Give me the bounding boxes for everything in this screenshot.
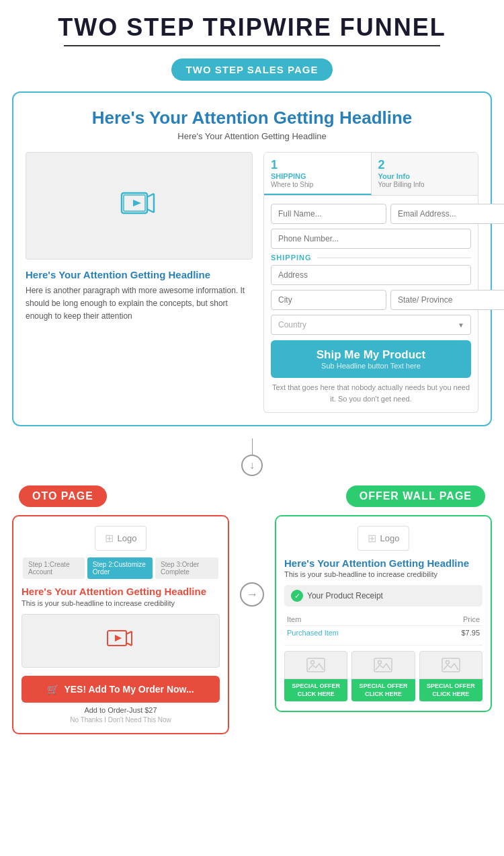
email-input[interactable]: [390, 204, 504, 224]
svg-line-3: [147, 194, 154, 197]
ow-subheadline: This is your sub-headline to increase cr…: [284, 570, 482, 578]
ship-btn-text: Ship Me My Product: [317, 348, 425, 361]
boxes-arrow: →: [240, 515, 264, 607]
receipt-table: Item Price Purchased Item $7.95: [284, 613, 482, 639]
ow-logo-area: ⊞ Logo: [358, 526, 410, 551]
cart-icon: 🛒: [47, 684, 58, 695]
ow-logo-text: Logo: [380, 533, 400, 543]
full-name-input[interactable]: [271, 204, 386, 224]
form-tabs: 1 SHIPPING Where to Ship 2 Your Info You…: [263, 152, 478, 196]
special-offer-1: SPECIAL OFFER CLICK HERE: [284, 651, 347, 701]
ship-btn-sub: Sub Headline button Text here: [279, 362, 463, 370]
country-wrapper: Country ▼: [271, 315, 471, 335]
ship-button[interactable]: Ship Me My Product Sub Headline button T…: [271, 340, 471, 378]
oto-label: OTO PAGE: [19, 485, 107, 507]
video-placeholder: [26, 152, 253, 260]
sales-left: Here's Your Attention Getting Headline H…: [26, 152, 253, 413]
bottom-boxes: ⊞ Logo Step 1:Create Account Step 2:Cust…: [0, 515, 504, 734]
svg-line-4: [147, 209, 154, 212]
oto-logo-text: Logo: [118, 533, 137, 543]
form-row-city: [271, 290, 471, 310]
oto-box: ⊞ Logo Step 1:Create Account Step 2:Cust…: [12, 515, 229, 734]
address-input[interactable]: [271, 265, 471, 285]
shipping-label: SHIPPING: [271, 254, 471, 262]
form-body: SHIPPING Country ▼ Ship Me My Product: [263, 196, 478, 413]
svg-line-9: [126, 643, 132, 646]
special-offer-3-image: [419, 651, 482, 679]
arrow-connector: ↓: [0, 438, 504, 476]
form-tab-info[interactable]: 2 Your Info Your Billing Info: [372, 153, 478, 195]
offer-wall-box: ⊞ Logo Here's Your Attention Getting Hea…: [275, 515, 492, 712]
title-underline: [64, 45, 440, 46]
right-arrow-icon: →: [240, 582, 264, 607]
oto-button[interactable]: 🛒 YES! Add To My Order Now...: [22, 676, 220, 703]
sales-form: 1 SHIPPING Where to Ship 2 Your Info You…: [263, 152, 478, 413]
special-offer-1-image: [284, 651, 347, 679]
city-input[interactable]: [271, 290, 386, 310]
image-placeholder-icon-3: [442, 658, 460, 672]
special-offer-2-image: [351, 651, 415, 679]
svg-rect-11: [307, 658, 325, 672]
step-1: Step 1:Create Account: [23, 557, 85, 579]
tab2-title: Your Info: [378, 172, 472, 180]
ow-headline: Here's Your Attention Getting Headline: [284, 557, 482, 569]
form-footer-text: Text that goes here that nobody actually…: [271, 382, 471, 404]
tab1-number: 1: [271, 158, 278, 171]
country-select[interactable]: Country: [271, 315, 471, 335]
table-col-item: Item: [284, 613, 424, 626]
table-row-price: $7.95: [424, 626, 482, 640]
special-offer-1-btn[interactable]: SPECIAL OFFER CLICK HERE: [284, 679, 347, 701]
form-row-2: [271, 229, 471, 249]
special-offer-2-btn[interactable]: SPECIAL OFFER CLICK HERE: [351, 679, 415, 701]
receipt-divider: [284, 645, 482, 646]
offer-wall-label: OFFER WALL PAGE: [346, 485, 485, 507]
ow-image-icon: ⊞: [368, 532, 376, 545]
form-row-1: [271, 204, 471, 224]
table-col-price: Price: [424, 613, 482, 626]
image-placeholder-icon-2: [374, 658, 392, 672]
sales-page-subheadline: Here's Your Attention Getting Headline: [26, 131, 478, 141]
svg-line-8: [126, 631, 132, 634]
svg-point-14: [378, 661, 382, 664]
svg-marker-7: [115, 635, 122, 641]
video-icon: [119, 191, 159, 221]
phone-input[interactable]: [271, 229, 471, 249]
oto-btn-sub: Add to Order-Just $27: [22, 706, 220, 714]
tab2-sub: Your Billing Info: [378, 181, 425, 188]
svg-rect-15: [442, 658, 460, 672]
state-input[interactable]: [390, 290, 504, 310]
main-title: TWO STEP TRIPWIRE FUNNEL: [0, 0, 504, 45]
sales-page-label: TWO STEP SALES PAGE: [171, 59, 333, 81]
oto-no-thanks[interactable]: No Thanks I Don't Need This Now: [22, 716, 220, 724]
down-arrow-icon: ↓: [241, 455, 263, 476]
svg-marker-2: [133, 200, 141, 206]
sales-left-text: Here is another paragraph with more awes…: [26, 284, 253, 323]
special-offer-3-btn[interactable]: SPECIAL OFFER CLICK HERE: [419, 679, 482, 701]
oto-headline: Here's Your Attention Getting Headline: [22, 586, 220, 597]
check-icon: ✓: [291, 590, 303, 602]
image-placeholder-icon: [306, 658, 325, 672]
step-2: Step 2:Customize Order: [87, 557, 153, 579]
form-row-address: [271, 265, 471, 285]
sales-page-box: Here's Your Attention Getting Headline H…: [12, 91, 492, 426]
svg-rect-13: [374, 658, 392, 672]
tab2-number: 2: [378, 158, 385, 171]
svg-point-16: [446, 661, 449, 664]
tab1-title: SHIPPING: [271, 172, 364, 180]
table-row: Purchased Item $7.95: [284, 626, 482, 640]
arrow-line: [252, 438, 253, 455]
table-row-item: Purchased Item: [284, 626, 424, 640]
bottom-labels: OTO PAGE OFFER WALL PAGE: [0, 485, 504, 507]
steps-bar: Step 1:Create Account Step 2:Customize O…: [22, 557, 220, 579]
special-offer-3: SPECIAL OFFER CLICK HERE: [419, 651, 482, 701]
sales-left-headline: Here's Your Attention Getting Headline: [26, 269, 253, 280]
oto-video-icon: [106, 629, 136, 652]
special-offer-2: SPECIAL OFFER CLICK HERE: [351, 651, 415, 701]
svg-point-12: [311, 661, 314, 664]
form-tab-shipping[interactable]: 1 SHIPPING Where to Ship: [264, 153, 372, 195]
oto-btn-text: YES! Add To My Order Now...: [64, 684, 194, 695]
oto-logo-area: ⊞ Logo: [95, 526, 147, 551]
sales-page-headline: Here's Your Attention Getting Headline: [26, 108, 478, 128]
image-icon: ⊞: [105, 532, 114, 545]
special-offers: SPECIAL OFFER CLICK HERE SPECIAL OFFER C…: [284, 651, 482, 701]
